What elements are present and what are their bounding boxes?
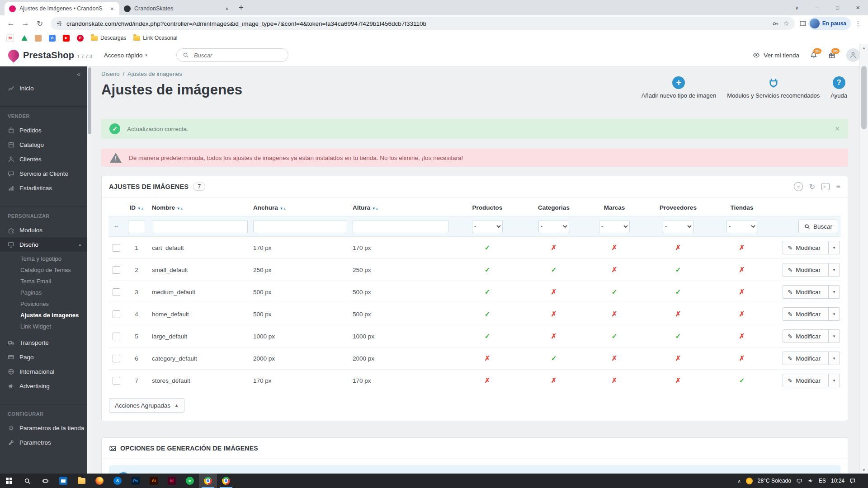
start-button[interactable] [0,474,18,488]
side-panel-icon[interactable] [799,20,807,27]
scrollbar-thumb[interactable] [861,66,867,129]
breadcrumb-diseno[interactable]: Diseño [101,70,119,77]
url-text[interactable]: crandonskate.com/chwd/index.php?controll… [66,20,768,27]
translate-icon[interactable]: A [49,35,56,42]
tab-close-icon[interactable]: ✕ [108,6,116,11]
filter-productos-select[interactable]: - [472,220,503,233]
sidebar-item-inicio[interactable]: Inicio [0,81,87,95]
col-altura[interactable]: Altura ▼▲ [350,199,451,216]
grouped-actions-button[interactable]: Acciones Agrupadas ▲ [109,398,184,413]
sidebar-subitem-catalogo-de-temas[interactable]: Catalogo de Temas [0,264,87,276]
row-checkbox[interactable] [113,244,120,252]
bookmark-star-icon[interactable]: ☆ [783,19,789,28]
sidebar-subitem-tema-y-logotipo[interactable]: Tema y logotipo [0,253,87,264]
filter-anchura-input[interactable] [253,220,347,233]
row-checkbox[interactable] [113,310,120,318]
col-nombre[interactable]: Nombre ▼▲ [149,199,250,216]
chevron-down-icon[interactable]: ▾ [828,241,840,254]
close-button[interactable]: ✕ [848,0,868,15]
quick-access-menu[interactable]: Acceso rápido ▾ [104,52,147,59]
language-indicator[interactable]: ES [819,478,826,484]
sidebar-item-modulos[interactable]: Modulos [0,223,87,237]
bookmark-folder-link-ocasonal[interactable]: Link Ocasonal [133,35,177,41]
taskbar-app-firefox[interactable] [90,474,108,488]
chevron-down-icon[interactable]: ▾ [828,286,840,298]
reload-button[interactable]: ↻ [33,17,46,30]
filter-proveedores-select[interactable]: - [663,220,693,233]
modify-button[interactable]: ✎Modificar▾ [783,263,840,277]
help-button[interactable]: ? Ayuda [830,76,847,99]
task-view-button[interactable] [36,474,54,488]
taskbar-app-illustrator[interactable]: Ai [145,474,163,488]
sql-console-icon[interactable]: >_ [821,183,830,190]
sidebar-subitem-paginas[interactable]: Paginas [0,287,87,298]
breadcrumb-ajustes[interactable]: Ajustes de imagenes [127,70,182,77]
sidebar-item-transporte[interactable]: Transporte [0,335,87,350]
taskbar-search-button[interactable] [18,474,36,488]
browser-menu-icon[interactable]: ⋮ [853,19,863,28]
back-button[interactable]: ← [5,17,17,30]
address-bar[interactable]: crandonskate.com/chwd/index.php?controll… [51,17,795,30]
taskbar-app-chrome-2[interactable] [217,474,235,488]
col-anchura[interactable]: Anchura ▼▲ [250,199,350,216]
modify-button[interactable]: ✎Modificar▾ [783,329,840,343]
admin-search-input[interactable] [193,52,272,59]
profile-chip[interactable]: En pausa [808,17,851,30]
sidebar-subitem-tema-email[interactable]: Tema Email [0,276,87,287]
sort-icons[interactable]: ▼▲ [137,204,144,211]
sidebar-item-clientes[interactable]: Clientes [0,152,87,166]
tab-close-icon[interactable]: ✕ [223,6,231,11]
minimize-button[interactable]: ─ [807,0,827,15]
page-scrollbar[interactable]: ▲ ▼ [859,44,868,474]
add-image-type-button[interactable]: + Añadir nuevo tipo de imagen [642,76,717,99]
hidden-icons-chevron[interactable]: ∧ [737,479,741,483]
clock[interactable]: 10:24 [831,478,844,484]
sidebar-subitem-link-widget[interactable]: Link Widget [0,321,87,332]
sidebar-subitem-posiciones[interactable]: Posiciones [0,298,87,310]
refresh-icon[interactable]: ↻ [809,183,816,191]
sidebar-item-advertising[interactable]: Advertising [0,379,87,393]
row-checkbox[interactable] [113,377,120,385]
drive-icon[interactable] [21,35,28,41]
sidebar-scrollbar[interactable] [87,66,92,474]
chevron-down-icon[interactable]: ▾ [828,374,840,387]
sidebar-item-estadisticas[interactable]: Estadisticas [0,181,87,195]
modify-button[interactable]: ✎Modificar▾ [783,241,840,254]
bookmark-folder-descargas[interactable]: Descargas [91,35,126,41]
sort-icons[interactable]: ▼▲ [280,204,286,211]
export-icon[interactable]: ≡ [836,183,840,191]
chevron-down-icon[interactable]: ▾ [828,352,840,365]
taskbar-app-skype[interactable]: S [108,474,127,488]
chevron-down-icon[interactable]: ▾ [828,308,840,320]
sidebar-item-internacional[interactable]: Internacional [0,364,87,379]
row-checkbox[interactable] [113,288,120,296]
recommended-modules-button[interactable]: Modulos y Servicios recomendados [727,76,820,99]
forward-button[interactable]: → [19,17,32,30]
sidebar-subitem-ajustes-de-imagenes[interactable]: Ajustes de imagenes [0,310,87,321]
gift-menu[interactable]: 26 [828,52,835,59]
site-info-icon[interactable] [56,20,62,27]
sidebar-item-catalogo[interactable]: Catalogo [0,137,87,152]
taskbar-app-chrome[interactable] [199,474,217,488]
filter-altura-input[interactable] [353,220,448,233]
notifications-bell[interactable]: 25 [810,52,817,59]
sidebar-item-parametros[interactable]: Parametros [0,435,87,450]
password-key-icon[interactable] [772,20,779,27]
filter-marcas-select[interactable]: - [599,220,630,233]
alert-close-icon[interactable]: ✕ [835,125,840,132]
account-avatar[interactable] [846,48,860,62]
network-icon[interactable] [796,478,802,484]
modify-button[interactable]: ✎Modificar▾ [783,307,840,321]
filter-id-input[interactable] [128,220,145,233]
row-checkbox[interactable] [113,355,120,362]
sidebar-item-diseño[interactable]: Diseño▴ [0,237,87,252]
pinterest-icon[interactable]: P [77,35,84,42]
taskbar-app-spotify[interactable]: ≈ [181,474,199,488]
modify-button[interactable]: ✎Modificar▾ [783,374,840,387]
gmail-icon[interactable]: M [6,34,14,42]
scroll-up-icon[interactable]: ▲ [860,44,868,52]
notifications-icon[interactable] [849,478,856,484]
tab-search-chevron-icon[interactable]: ∨ [787,0,807,15]
sort-icons[interactable]: ▼▲ [177,204,183,211]
sidebar-item-pedidos[interactable]: Pedidos [0,123,87,137]
